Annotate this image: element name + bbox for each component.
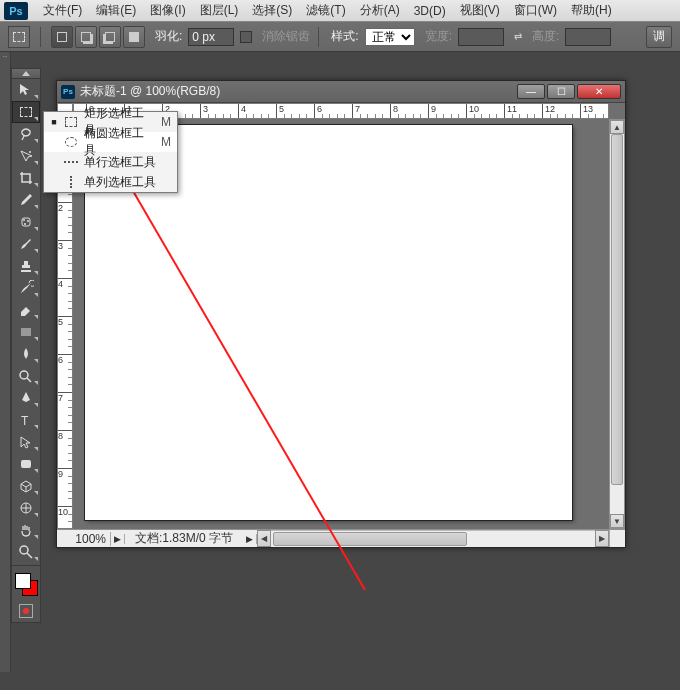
menubar: Ps 文件(F) 编辑(E) 图像(I) 图层(L) 选择(S) 滤镜(T) 分… [0, 0, 680, 22]
app-logo: Ps [4, 2, 28, 20]
tool-move[interactable] [12, 79, 40, 101]
menu-3d[interactable]: 3D(D) [407, 2, 453, 20]
statusbar-expand[interactable]: ▶ [111, 534, 125, 544]
scroll-right-button[interactable]: ▶ [595, 530, 609, 547]
scrollbar-vertical[interactable]: ▲ ▼ [609, 119, 625, 529]
feather-label: 羽化: [155, 28, 182, 45]
width-label: 宽度: [425, 28, 452, 45]
flyout-item-ellipse[interactable]: 椭圆选框工具M [44, 132, 177, 152]
doc-title: 未标题-1 @ 100%(RGB/8) [80, 83, 517, 100]
flyout-shortcut: M [161, 115, 171, 129]
flyout-mark: ■ [50, 117, 58, 127]
svg-rect-9 [21, 460, 31, 468]
tool-3dcamera[interactable] [12, 497, 40, 519]
toolbox: T [11, 68, 41, 623]
tool-eyedropper[interactable] [12, 189, 40, 211]
menu-help[interactable]: 帮助(H) [564, 0, 619, 21]
resize-grip[interactable] [609, 530, 625, 547]
tool-dodge[interactable] [12, 365, 40, 387]
toolbox-header[interactable] [12, 69, 40, 79]
width-input [458, 28, 504, 46]
titlebar[interactable]: Ps 未标题-1 @ 100%(RGB/8) — ☐ ✕ [57, 81, 625, 103]
doc-icon: Ps [61, 85, 75, 99]
statusbar: 100% ▶ 文档:1.83M/0 字节 ▶ ◀ ▶ [57, 529, 625, 547]
menu-image[interactable]: 图像(I) [143, 0, 192, 21]
close-button[interactable]: ✕ [577, 84, 621, 99]
sel-add-button[interactable] [75, 26, 97, 48]
tool-shape[interactable] [12, 453, 40, 475]
antialias-label: 消除锯齿 [262, 28, 310, 45]
tool-quickselect[interactable] [12, 145, 40, 167]
tool-marquee[interactable] [12, 101, 40, 123]
svg-point-4 [24, 223, 26, 225]
tool-history[interactable] [12, 277, 40, 299]
selection-mode-group [51, 26, 145, 48]
flyout-item-row[interactable]: 单行选框工具 [44, 152, 177, 172]
tool-preset-icon[interactable] [8, 26, 30, 48]
refine-edge-button[interactable]: 调 [646, 26, 672, 48]
tool-lasso[interactable] [12, 123, 40, 145]
svg-rect-6 [21, 328, 31, 336]
sel-int-button[interactable] [123, 26, 145, 48]
scroll-down-button[interactable]: ▼ [610, 514, 624, 528]
flyout-item-col[interactable]: 单列选框工具 [44, 172, 177, 192]
style-select[interactable]: 正常 [365, 28, 415, 46]
menu-view[interactable]: 视图(V) [453, 0, 507, 21]
sel-sub-button[interactable] [99, 26, 121, 48]
menu-filter[interactable]: 滤镜(T) [299, 0, 352, 21]
flyout-label: 单行选框工具 [84, 154, 165, 171]
options-bar: 羽化: 消除锯齿 样式: 正常 宽度: ⇄ 高度: 调 [0, 22, 680, 52]
tool-pen[interactable] [12, 387, 40, 409]
sel-new-button[interactable] [51, 26, 73, 48]
flyout-shortcut: M [161, 135, 171, 149]
scroll-thumb-h[interactable] [273, 532, 467, 546]
rect-icon [64, 115, 78, 129]
minimize-button[interactable]: — [517, 84, 545, 99]
doc-size: 文档:1.83M/0 字节 [125, 530, 243, 547]
tool-path[interactable] [12, 431, 40, 453]
scroll-left-button[interactable]: ◀ [257, 530, 271, 547]
svg-point-2 [23, 219, 25, 221]
tool-gradient[interactable] [12, 321, 40, 343]
scroll-up-button[interactable]: ▲ [610, 120, 624, 134]
tool-stamp[interactable] [12, 255, 40, 277]
menu-select[interactable]: 选择(S) [245, 0, 299, 21]
style-label: 样式: [331, 28, 358, 45]
zoom-level[interactable]: 100% [57, 532, 111, 546]
tool-heal[interactable] [12, 211, 40, 233]
ellipse-icon [64, 135, 78, 149]
height-input [565, 28, 611, 46]
tool-hand[interactable] [12, 519, 40, 541]
tool-brush[interactable] [12, 233, 40, 255]
marquee-flyout: ■矩形选框工具M椭圆选框工具M单行选框工具单列选框工具 [43, 111, 178, 193]
svg-text:T: T [21, 414, 29, 428]
col-icon [64, 175, 78, 189]
menu-window[interactable]: 窗口(W) [507, 0, 564, 21]
statusbar-menu[interactable]: ▶ [243, 534, 257, 544]
scrollbar-horizontal[interactable]: ◀ ▶ [257, 530, 609, 547]
menu-edit[interactable]: 编辑(E) [89, 0, 143, 21]
flyout-label: 单列选框工具 [84, 174, 165, 191]
height-label: 高度: [532, 28, 559, 45]
tool-eraser[interactable] [12, 299, 40, 321]
tool-blur[interactable] [12, 343, 40, 365]
tool-crop[interactable] [12, 167, 40, 189]
color-swatches[interactable] [12, 570, 40, 600]
menu-layer[interactable]: 图层(L) [193, 0, 246, 21]
panel-collapse-strip[interactable]: ·· [0, 52, 11, 672]
antialias-checkbox [240, 31, 252, 43]
tool-zoom[interactable] [12, 541, 40, 563]
foreground-color[interactable] [15, 573, 31, 589]
menu-analysis[interactable]: 分析(A) [353, 0, 407, 21]
svg-point-3 [27, 220, 29, 222]
feather-input[interactable] [188, 28, 234, 46]
swap-icon: ⇄ [514, 31, 522, 42]
quick-mask-button[interactable] [12, 600, 40, 622]
scroll-thumb-v[interactable] [611, 134, 623, 485]
menu-file[interactable]: 文件(F) [36, 0, 89, 21]
maximize-button[interactable]: ☐ [547, 84, 575, 99]
svg-point-7 [20, 371, 28, 379]
tool-3d[interactable] [12, 475, 40, 497]
svg-rect-1 [22, 218, 30, 226]
tool-type[interactable]: T [12, 409, 40, 431]
